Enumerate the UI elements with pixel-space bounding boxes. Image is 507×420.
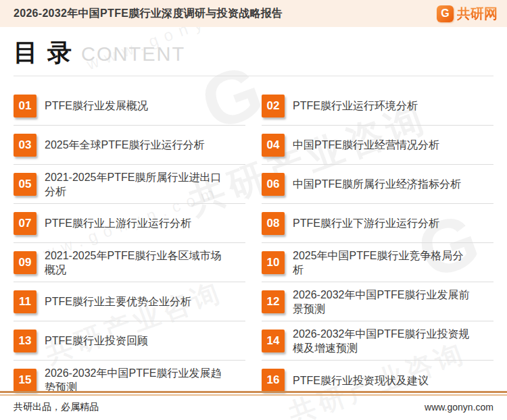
toc-item-number: 09	[14, 251, 37, 274]
page-title-en: CONTENT	[81, 43, 185, 65]
toc-item-label: 2021-2025年PTFE膜行业各区域市场概况	[45, 248, 222, 277]
toc-item-02[interactable]: 02 PTFE膜行业运行环境分析	[262, 86, 493, 126]
header-bar: 2026-2032年中国PTFE膜行业深度调研与投资战略报告 G 共研网	[0, 0, 507, 27]
toc-item-08[interactable]: 08 PTFE膜行业下游行业运行分析	[262, 204, 493, 243]
toc-item-label: 2026-2032年中国PTFE膜行业发展趋势预测	[45, 366, 222, 394]
toc-item-09[interactable]: 09 2021-2025年PTFE膜行业各区域市场概况	[14, 243, 245, 282]
toc-item-number: 15	[14, 369, 37, 392]
toc-item-number: 05	[14, 173, 37, 196]
toc-item-03[interactable]: 03 2025年全球PTFE膜行业运行分析	[14, 126, 245, 165]
toc-item-label: 2026-2032年中国PTFE膜行业发展前景预测	[293, 288, 470, 316]
toc-item-label: 2021-2025年PTFE膜所属行业进出口分析	[45, 170, 222, 199]
toc-item-number: 10	[262, 251, 285, 274]
toc-item-label: PTFE膜行业上游行业运行分析	[45, 216, 191, 230]
footer-url[interactable]: www.gonyn.com	[425, 402, 493, 413]
toc-item-label: 中国PTFE膜所属行业经济指标分析	[293, 177, 461, 191]
toc-item-number: 11	[14, 290, 37, 313]
footer-divider-dark	[0, 391, 507, 393]
toc-item-number: 06	[262, 173, 285, 196]
toc-item-number: 04	[262, 134, 285, 157]
toc-item-label: PTFE膜行业下游行业运行分析	[293, 216, 439, 230]
toc-item-13[interactable]: 13 PTFE膜行业投资回顾	[14, 321, 245, 361]
page-title: 目 录	[14, 36, 73, 70]
content-heading: 目 录 CONTENT	[14, 36, 493, 76]
toc-item-11[interactable]: 11 PTFE膜行业主要优势企业分析	[14, 282, 245, 321]
toc-item-06[interactable]: 06 中国PTFE膜所属行业经济指标分析	[262, 165, 493, 204]
toc-item-label: 中国PTFE膜行业经营情况分析	[293, 138, 439, 152]
toc-item-number: 12	[262, 290, 285, 313]
toc-item-number: 01	[14, 95, 37, 117]
toc-item-04[interactable]: 04 中国PTFE膜行业经营情况分析	[262, 126, 493, 165]
toc-item-14[interactable]: 14 2026-2032年中国PTFE膜行业投资规模及增速预测	[262, 321, 493, 361]
toc-item-number: 03	[14, 134, 37, 157]
footer: 共研出品，必属精品 www.gonyn.com	[0, 391, 507, 420]
toc-item-number: 14	[262, 330, 285, 352]
toc-item-label: PTFE膜行业发展概况	[45, 99, 148, 113]
gonyn-logo-icon: G	[437, 5, 454, 22]
toc-item-label: PTFE膜行业主要优势企业分析	[45, 294, 191, 309]
report-title: 2026-2032年中国PTFE膜行业深度调研与投资战略报告	[14, 7, 283, 21]
toc-item-number: 16	[262, 369, 285, 392]
toc-item-number: 02	[262, 95, 285, 117]
toc-item-07[interactable]: 07 PTFE膜行业上游行业运行分析	[14, 204, 245, 243]
toc-item-label: PTFE膜行业投资现状及建议	[293, 373, 429, 388]
toc-item-label: 2025年中国PTFE膜行业竞争格局分析	[293, 248, 470, 277]
toc-item-label: PTFE膜行业投资回顾	[45, 334, 148, 348]
toc-item-label: 2026-2032年中国PTFE膜行业投资规模及增速预测	[293, 327, 470, 355]
main-content: 目 录 CONTENT 01 PTFE膜行业发展概况 02 PTFE膜行业运行环…	[0, 36, 507, 400]
toc-grid: 01 PTFE膜行业发展概况 02 PTFE膜行业运行环境分析 03 2025年…	[14, 86, 493, 400]
toc-page: www.gonyn.com G 共研产业咨询 www.gonyn.com 共研产…	[0, 0, 507, 420]
toc-item-10[interactable]: 10 2025年中国PTFE膜行业竞争格局分析	[262, 243, 493, 282]
toc-item-number: 07	[14, 212, 37, 235]
toc-item-label: 2025年全球PTFE膜行业运行分析	[45, 138, 204, 152]
toc-item-number: 13	[14, 330, 37, 352]
toc-item-label: PTFE膜行业运行环境分析	[293, 99, 418, 113]
toc-item-05[interactable]: 05 2021-2025年PTFE膜所属行业进出口分析	[14, 165, 245, 204]
footer-slogan: 共研出品，必属精品	[14, 401, 99, 413]
gonyn-logo-text: 共研网	[457, 5, 498, 23]
toc-item-01[interactable]: 01 PTFE膜行业发展概况	[14, 86, 245, 126]
gonyn-logo[interactable]: G 共研网	[437, 5, 498, 23]
toc-item-12[interactable]: 12 2026-2032年中国PTFE膜行业发展前景预测	[262, 282, 493, 321]
toc-item-number: 08	[262, 212, 285, 235]
